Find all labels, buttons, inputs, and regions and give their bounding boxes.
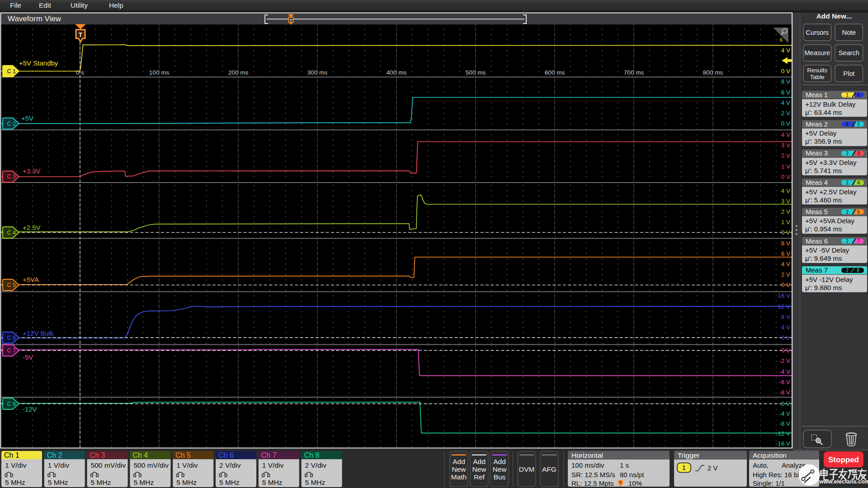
svg-text:5 MHz: 5 MHz (262, 479, 283, 486)
svg-text:7: 7 (857, 239, 860, 244)
svg-text:Table: Table (810, 74, 825, 80)
svg-text:12 V: 12 V (778, 303, 790, 310)
svg-text:Meas 2: Meas 2 (806, 120, 828, 128)
svg-text:Cursors: Cursors (806, 29, 829, 36)
svg-text:2 V: 2 V (781, 152, 790, 159)
svg-text:800 ms: 800 ms (703, 69, 723, 76)
svg-text:0 V: 0 V (781, 174, 790, 180)
svg-text:Ch 2: Ch 2 (47, 451, 62, 459)
svg-text:4 V: 4 V (781, 261, 790, 267)
svg-text:Ch 4: Ch 4 (132, 451, 148, 459)
svg-text:Meas 6: Meas 6 (806, 237, 828, 245)
svg-text:Stopped: Stopped (828, 455, 859, 464)
svg-text:10%: 10% (628, 479, 642, 487)
svg-text:Add New...: Add New... (816, 12, 852, 20)
svg-text:1 s: 1 s (620, 461, 629, 469)
svg-text:Auto,: Auto, (753, 461, 769, 469)
svg-text:T: T (619, 480, 622, 485)
svg-text:+5V Delay: +5V Delay (805, 129, 837, 137)
svg-text:Edit: Edit (39, 1, 51, 9)
svg-text:μ': 9.649 ms: μ': 9.649 ms (805, 254, 842, 262)
svg-text:C 3: C 3 (7, 174, 16, 180)
svg-text:Add: Add (453, 458, 465, 465)
svg-text:T: T (290, 18, 292, 23)
svg-text:AFG: AFG (542, 465, 557, 473)
svg-text:Utility: Utility (71, 1, 88, 9)
svg-text:+5VA: +5VA (23, 276, 39, 283)
svg-text:4 V: 4 V (781, 188, 790, 194)
svg-text:T: T (79, 31, 83, 38)
svg-text:Ch 1: Ch 1 (4, 451, 19, 459)
svg-text:C 8: C 8 (7, 401, 16, 407)
svg-text:1 V/div: 1 V/div (262, 461, 284, 469)
svg-text:+5V +5VA Delay: +5V +5VA Delay (805, 217, 854, 225)
svg-text:8 V: 8 V (781, 314, 790, 320)
svg-text:Ref: Ref (474, 473, 485, 481)
svg-text:8: 8 (857, 268, 859, 273)
svg-text:80 ns/pt: 80 ns/pt (620, 471, 644, 479)
svg-text:1: 1 (846, 93, 849, 98)
svg-text:500 mV/div: 500 mV/div (91, 461, 126, 469)
svg-text:μ': 0.954 ms: μ': 0.954 ms (805, 225, 842, 233)
svg-text:μ': 5.460 ms: μ': 5.460 ms (805, 196, 842, 204)
svg-text:μ': 5.741 ms: μ': 5.741 ms (805, 167, 842, 174)
svg-text:+3.3V: +3.3V (23, 167, 41, 175)
svg-text:1 V: 1 V (781, 219, 790, 225)
svg-text:2: 2 (846, 210, 849, 215)
svg-text:5 MHz: 5 MHz (133, 479, 154, 486)
svg-text:5 MHz: 5 MHz (48, 479, 68, 486)
svg-text:Waveform View: Waveform View (8, 14, 61, 23)
svg-text:C 5: C 5 (7, 282, 16, 288)
svg-text:Trigger: Trigger (678, 451, 700, 459)
svg-text:μ': 356.9 ms: μ': 356.9 ms (805, 137, 842, 145)
svg-text:4: 4 (857, 180, 860, 185)
svg-text:2: 2 (857, 122, 860, 127)
svg-text:Help: Help (109, 1, 123, 9)
svg-text:6: 6 (780, 37, 783, 42)
svg-text:File: File (10, 1, 21, 9)
svg-text:C 1: C 1 (7, 68, 16, 75)
svg-text:5 MHz: 5 MHz (176, 479, 197, 486)
svg-text:Add: Add (493, 458, 506, 465)
svg-text:0 V: 0 V (781, 120, 790, 127)
svg-text:2: 2 (846, 151, 849, 156)
svg-text:Meas 3: Meas 3 (806, 149, 828, 157)
svg-text:Plot: Plot (843, 70, 854, 77)
svg-text:+12V Bulk: +12V Bulk (23, 329, 54, 337)
svg-text:100 ms: 100 ms (149, 69, 170, 76)
svg-text:2: 2 (846, 180, 849, 185)
svg-text:1 V/div: 1 V/div (176, 461, 198, 469)
svg-text:Horizontal: Horizontal (571, 451, 603, 459)
svg-text:2 V: 2 V (708, 464, 718, 472)
svg-text:2 V: 2 V (781, 271, 790, 278)
svg-text:μ': 63.44 ms: μ': 63.44 ms (805, 108, 842, 116)
svg-text:3: 3 (857, 151, 860, 156)
svg-text:700 ms: 700 ms (624, 69, 644, 76)
svg-text:4 V: 4 V (781, 131, 790, 138)
svg-text:RL: 12.5 Mpts: RL: 12.5 Mpts (571, 479, 613, 487)
svg-text:6: 6 (846, 122, 849, 127)
svg-text:1 V/div: 1 V/div (5, 461, 27, 469)
svg-text:600 ms: 600 ms (545, 69, 565, 76)
svg-text:Meas 4: Meas 4 (806, 178, 828, 186)
svg-text:-12V: -12V (23, 405, 37, 413)
svg-text:Acquisition: Acquisition (753, 451, 787, 459)
svg-text:-4 V: -4 V (779, 368, 790, 375)
svg-text:1 V: 1 V (781, 163, 790, 170)
svg-text:Math: Math (451, 473, 467, 481)
svg-text:+5V +3.3V Delay: +5V +3.3V Delay (805, 159, 857, 166)
svg-text:5 MHz: 5 MHz (91, 479, 111, 486)
svg-text:Ch 6: Ch 6 (218, 451, 234, 459)
svg-text:New: New (472, 465, 486, 473)
svg-text:0 V: 0 V (781, 400, 790, 407)
svg-text:+2.5V: +2.5V (23, 224, 41, 231)
svg-text:New: New (452, 465, 466, 473)
svg-text:Bus: Bus (494, 473, 506, 481)
svg-text:Ch 5: Ch 5 (175, 451, 191, 459)
svg-text:400 ms: 400 ms (387, 69, 407, 76)
svg-text:5: 5 (857, 210, 860, 215)
svg-text:4 V: 4 V (781, 47, 790, 54)
svg-text:5 MHz: 5 MHz (5, 479, 25, 486)
svg-text:2 V/div: 2 V/div (219, 461, 241, 469)
svg-text:Add: Add (473, 458, 486, 465)
